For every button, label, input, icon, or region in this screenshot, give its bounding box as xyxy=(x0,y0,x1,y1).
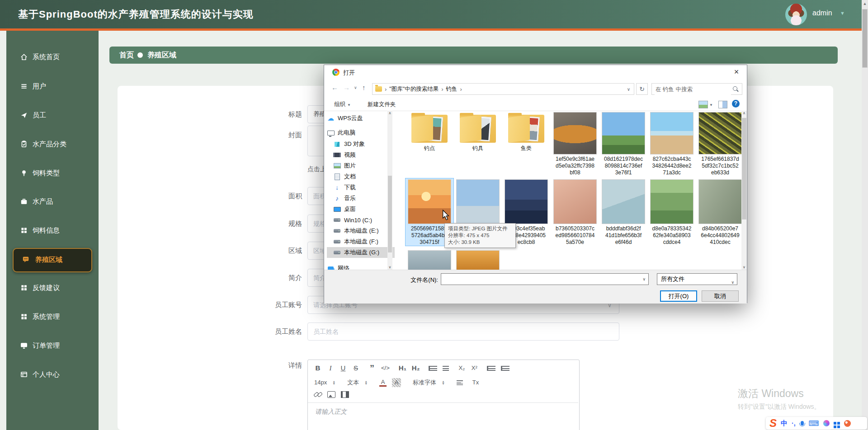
file-item[interactable]: 827c62cba443c 34826442d8ee2 71a3dc xyxy=(648,111,696,176)
folder-item[interactable]: 鱼类 xyxy=(502,111,550,152)
scroll-down-icon[interactable]: ∨ xyxy=(741,265,747,269)
sidebar-item-feed-info[interactable]: 饲料信息 xyxy=(6,222,99,240)
chevron-down-icon[interactable]: ∨ xyxy=(642,277,646,281)
image-icon[interactable] xyxy=(327,391,335,398)
sogou-icon[interactable]: S xyxy=(769,418,777,429)
outdent-icon[interactable] xyxy=(487,366,495,371)
address-crumb[interactable]: 钓鱼 xyxy=(446,85,458,93)
sidebar-item-feed-type[interactable]: 饲料类型 xyxy=(6,164,99,182)
sidebar-item-product-category[interactable]: 水产品分类 xyxy=(6,136,99,154)
clear-format-icon[interactable]: Tx xyxy=(472,378,479,387)
tree-item-drive-c[interactable]: Win10 (C:) xyxy=(327,215,395,225)
sidebar-item-staff[interactable]: 员工 xyxy=(6,107,99,125)
scroll-up-icon[interactable]: ▲ xyxy=(862,0,868,7)
address-crumb[interactable]: "图库"中的搜索结果 xyxy=(389,85,439,93)
tree-item-drive-e[interactable]: 本地磁盘 (E:) xyxy=(327,225,395,236)
back-icon[interactable]: ← xyxy=(331,84,338,91)
skin-icon[interactable] xyxy=(823,420,830,426)
tree-item-desktop[interactable]: 桌面 xyxy=(327,204,395,215)
help-icon[interactable]: ? xyxy=(732,100,740,108)
scroll-down-icon[interactable]: ∨ xyxy=(387,265,392,269)
username[interactable]: admin xyxy=(812,9,832,17)
tree-item-downloads[interactable]: ↓下载 xyxy=(327,182,395,193)
tree-scrollbar[interactable]: ∧ ∨ xyxy=(387,111,392,270)
close-icon[interactable] xyxy=(730,66,743,78)
tree-item-documents[interactable]: 文档 xyxy=(327,171,395,182)
chevron-down-icon[interactable]: ▼ xyxy=(840,10,845,16)
microphone-icon[interactable] xyxy=(801,421,804,425)
file-item[interactable]: bdddfabf36d2f 41d1bfe656b3f e6f46d xyxy=(599,178,647,246)
italic-icon[interactable]: I xyxy=(327,364,334,373)
staff-name-input[interactable] xyxy=(307,322,619,341)
cancel-button[interactable]: 取消 xyxy=(702,290,739,302)
open-button[interactable]: 打开(O) xyxy=(660,290,697,302)
chinese-mode-icon[interactable]: 中 xyxy=(781,419,788,428)
history-chevron-icon[interactable]: ∨ xyxy=(354,85,357,90)
paragraph-select[interactable]: 文本 xyxy=(347,378,359,387)
avatar[interactable] xyxy=(785,4,807,25)
code-icon[interactable]: </> xyxy=(381,364,390,373)
bullet-list-icon[interactable] xyxy=(443,366,449,371)
page-scrollbar-thumb[interactable] xyxy=(862,9,868,68)
organize-button[interactable]: 组织▼ xyxy=(334,101,351,108)
sidebar-item-orders[interactable]: 订单管理 xyxy=(6,337,99,355)
dialog-titlebar[interactable]: 打开 xyxy=(324,65,747,80)
tree-scrollbar-thumb[interactable] xyxy=(388,176,392,252)
folder-item[interactable]: 钓具 xyxy=(454,111,502,152)
heading1-icon[interactable]: H₁ xyxy=(399,364,406,373)
filename-input[interactable]: ∨ xyxy=(441,273,649,285)
sidebar-item-products[interactable]: 水产品 xyxy=(6,193,99,211)
align-icon[interactable] xyxy=(457,380,463,385)
bold-icon[interactable]: B xyxy=(314,364,321,373)
file-item[interactable] xyxy=(406,249,453,270)
punctuation-icon[interactable]: ·, xyxy=(792,420,796,427)
ordered-list-icon[interactable] xyxy=(429,366,437,371)
tree-item-drive-f[interactable]: 本地磁盘 (F:) xyxy=(327,236,395,247)
file-item[interactable]: d84b065200e7 6e4cc44802649 410cdec xyxy=(696,178,743,246)
up-icon[interactable]: ↑ xyxy=(362,84,366,91)
file-list-scrollbar[interactable]: ∧ ∨ xyxy=(741,111,747,270)
tree-item-pictures[interactable]: 图片 xyxy=(327,160,395,171)
chevron-down-icon[interactable]: ▼ xyxy=(709,103,713,107)
new-folder-button[interactable]: 新建文件夹 xyxy=(368,101,396,108)
sidebar-item-users[interactable]: 用户 xyxy=(6,78,99,96)
scroll-up-icon[interactable]: ∧ xyxy=(387,111,392,115)
tree-item-wps[interactable]: ☁WPS云盘 xyxy=(327,113,388,124)
blockquote-icon[interactable]: ” xyxy=(368,366,376,370)
heading2-icon[interactable]: H₂ xyxy=(412,364,420,373)
refresh-icon[interactable] xyxy=(636,83,648,95)
tree-item-videos[interactable]: 视频 xyxy=(327,150,395,160)
sidebar-item-profile[interactable]: 个人中心 xyxy=(6,366,99,384)
link-icon[interactable] xyxy=(314,391,322,398)
indent-icon[interactable] xyxy=(501,366,509,371)
file-item[interactable]: d8e0a78335342 62fe340a58903 cddce4 xyxy=(648,178,696,246)
folder-item[interactable]: 钓点 xyxy=(406,111,453,152)
toolbox-icon[interactable] xyxy=(834,422,836,425)
search-box[interactable] xyxy=(651,83,742,95)
tree-item-3d[interactable]: 3D 对象 xyxy=(327,139,395,150)
file-list-scrollbar-thumb[interactable] xyxy=(742,118,746,220)
page-scrollbar[interactable]: ▲ xyxy=(862,0,868,430)
breadcrumb-home[interactable]: 首页 xyxy=(119,51,134,60)
thumbnail-view-icon[interactable] xyxy=(698,101,708,108)
address-bar[interactable]: › "图库"中的搜索结果 › 钓鱼 › ∨ xyxy=(372,83,634,95)
highlight-color-icon[interactable]: A xyxy=(392,378,401,387)
sidebar-item-feedback[interactable]: 反馈建议 xyxy=(6,279,99,297)
file-item[interactable]: 1ef50e9c3f61ae d5e0a32ffc7398 bf08 xyxy=(551,111,599,176)
file-item[interactable]: b73605203307c ed98566010784 5a570e xyxy=(551,178,599,246)
font-size-select[interactable]: 14px xyxy=(314,378,327,387)
filetype-select[interactable]: 所有文件∨ xyxy=(657,273,737,285)
underline-icon[interactable]: U xyxy=(340,364,347,373)
preview-pane-icon[interactable] xyxy=(718,101,727,108)
text-color-icon[interactable]: A xyxy=(379,379,387,387)
mascot-icon[interactable] xyxy=(844,420,851,427)
scroll-up-icon[interactable]: ∧ xyxy=(741,111,747,115)
search-input[interactable] xyxy=(655,84,731,95)
file-item[interactable]: 08d1621978dec 8098814c736ef 3e76f1 xyxy=(599,111,647,176)
tree-item-music[interactable]: ♪音乐 xyxy=(327,193,395,204)
tree-item-drive-g[interactable]: 本地磁盘 (G:) xyxy=(327,247,395,258)
tree-item-this-pc[interactable]: 此电脑 xyxy=(327,127,388,138)
editor-placeholder[interactable]: 请输入正文 xyxy=(315,408,347,416)
strikethrough-icon[interactable]: S xyxy=(352,364,359,373)
chevron-down-icon[interactable]: ∨ xyxy=(627,87,630,92)
